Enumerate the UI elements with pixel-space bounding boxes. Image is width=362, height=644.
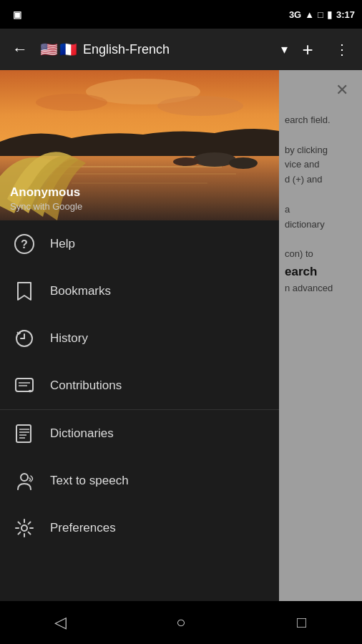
svg-rect-14 [16,379,33,391]
svg-point-3 [36,94,107,111]
more-button[interactable]: ⋮ [328,35,356,64]
menu-item-bookmarks[interactable]: Bookmarks [0,268,279,315]
status-icons: 3G ▲ □ ▮ 3:17 [289,9,355,20]
bottom-nav: ◁ ○ □ [0,601,362,644]
sim-icon: □ [318,9,323,20]
bookmarks-icon [11,278,37,304]
bookmarks-label: Bookmarks [50,284,111,298]
text-line-2: by clicking [285,143,356,158]
preferences-label: Preferences [50,521,116,535]
menu-item-help[interactable]: ? Help [0,220,279,268]
nav-recent-button[interactable]: □ [280,601,323,644]
close-button[interactable]: ✕ [329,77,355,103]
text-line-7: con) to [285,247,356,262]
drawer-menu: ? Help Bookmarks [0,220,279,615]
username-label: Anonymous [10,185,82,200]
signal-bars: ▲ [305,9,314,20]
signal-type: 3G [289,9,301,20]
help-label: Help [50,237,75,251]
tts-icon [11,468,37,494]
menu-item-tts[interactable]: Text to speech [0,457,279,504]
sync-label: Sync with Google [10,201,82,212]
text-line-5: a [285,203,356,218]
history-icon [11,326,37,351]
text-line-6: dictionary [285,218,356,233]
text-line-4: d (+) and [285,172,356,187]
svg-rect-17 [16,425,31,442]
drawer-hero: Anonymous Sync with Google [0,70,279,220]
menu-item-history[interactable]: History [0,315,279,362]
svg-point-10 [173,157,199,166]
text-line-1: earch field. [285,113,356,128]
status-bar: ▣ 3G ▲ □ ▮ 3:17 [0,0,362,29]
dictionary-title: English-French [83,42,275,57]
nav-back-button[interactable]: ◁ [39,601,82,644]
drawer-user-info: Anonymous Sync with Google [10,185,82,212]
svg-point-2 [157,96,243,116]
drawer-overlay: Anonymous Sync with Google ? Help [0,70,362,615]
right-panel-content: earch field. by clicking vice and d (+) … [279,70,362,302]
dictionaries-icon [11,421,37,447]
svg-point-9 [229,157,258,169]
add-button[interactable]: + [293,35,322,64]
svg-text:?: ? [21,238,28,250]
contributions-icon [11,373,37,399]
text-line-8: earch [285,262,356,281]
notification-icon: ▣ [13,9,21,20]
nav-home-button[interactable]: ○ [160,601,202,644]
right-panel: ✕ earch field. by clicking vice and d (+… [279,70,362,615]
dictionaries-label: Dictionaries [50,426,114,441]
tts-label: Text to speech [50,474,129,488]
menu-item-preferences[interactable]: Preferences [0,504,279,552]
help-icon: ? [11,231,37,257]
status-bar-left: ▣ [7,9,285,20]
text-line-9: n advanced [285,281,356,296]
back-button[interactable]: ← [6,35,34,64]
menu-item-dictionaries[interactable]: Dictionaries [0,410,279,457]
battery-icon: ▮ [327,9,333,20]
flag-emoji: 🇺🇸 [40,41,58,58]
menu-item-contributions[interactable]: Contributions [0,362,279,409]
time-display: 3:17 [336,9,355,20]
contributions-label: Contributions [50,379,122,393]
toolbar: ← 🇺🇸 🇫🇷 English-French ▾ + ⋮ [0,29,362,70]
language-flag: 🇺🇸 🇫🇷 [40,41,77,58]
history-label: History [50,331,88,346]
side-drawer: Anonymous Sync with Google ? Help [0,70,279,615]
main-content: Anonymous Sync with Google ? Help [0,70,362,615]
text-line-3: vice and [285,157,356,172]
preferences-icon [11,515,37,541]
svg-point-23 [21,525,27,531]
dropdown-button[interactable]: ▾ [281,42,288,57]
flag-emoji-fr: 🇫🇷 [59,41,77,58]
svg-point-22 [21,474,28,481]
